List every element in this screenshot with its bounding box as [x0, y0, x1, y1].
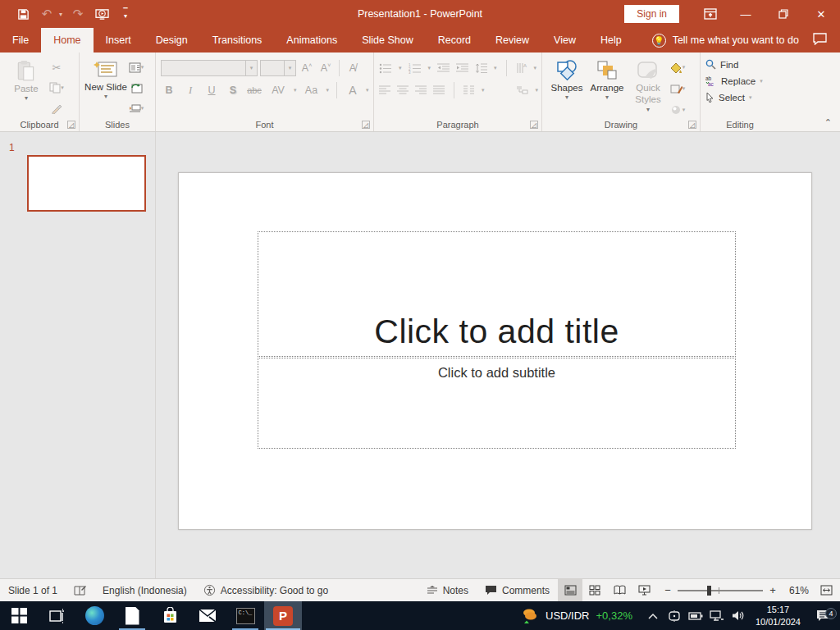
underline-button[interactable]: U — [203, 84, 220, 96]
zoom-percentage[interactable]: 61% — [784, 585, 812, 596]
reading-view-button[interactable] — [607, 579, 632, 601]
command-prompt-button[interactable]: C:\_ — [226, 601, 264, 630]
accessibility-checker[interactable]: Accessibility: Good to go — [195, 579, 336, 601]
columns-dropdown-icon[interactable]: ▾ — [482, 87, 485, 94]
numbering-icon[interactable]: 123 — [409, 63, 422, 74]
powerpoint-button[interactable]: P — [264, 601, 302, 630]
shapes-button[interactable]: Shapes ▾ — [547, 57, 587, 102]
justify-icon[interactable] — [433, 85, 445, 95]
action-center-button[interactable]: 4 — [807, 609, 840, 623]
line-spacing-dropdown-icon[interactable]: ▾ — [494, 65, 497, 71]
tab-help[interactable]: Help — [588, 28, 634, 52]
cut-icon[interactable]: ✂ — [48, 59, 66, 75]
numbering-dropdown-icon[interactable]: ▾ — [428, 65, 431, 71]
slide-canvas[interactable]: Click to add title Click to add subtitle — [178, 172, 812, 530]
replace-button[interactable]: abac Replace ▾ — [705, 75, 763, 86]
ribbon-display-options-icon[interactable] — [694, 0, 727, 28]
font-size-combo[interactable]: ▾ — [260, 60, 296, 76]
zoom-out-button[interactable]: − — [663, 584, 673, 596]
battery-icon[interactable] — [685, 611, 706, 621]
tab-view[interactable]: View — [541, 28, 588, 52]
font-color-dropdown-icon[interactable]: ▾ — [366, 87, 369, 94]
convert-to-smartart-icon[interactable] — [516, 85, 528, 96]
bullets-icon[interactable] — [379, 63, 392, 74]
tell-me-box[interactable]: 💡 Tell me what you want to do — [652, 28, 799, 52]
microsoft-store-button[interactable] — [151, 601, 189, 630]
slide-indicator[interactable]: Slide 1 of 1 — [0, 579, 66, 601]
customize-qat-icon[interactable]: ▔ ▾ — [117, 6, 134, 22]
align-left-icon[interactable] — [379, 85, 390, 95]
normal-view-button[interactable] — [558, 579, 582, 601]
font-color-button[interactable]: A — [345, 84, 361, 97]
character-spacing-dropdown-icon[interactable]: ▾ — [294, 87, 297, 94]
subtitle-placeholder[interactable]: Click to add subtitle — [258, 358, 736, 449]
taskbar-clock[interactable]: 15:17 10/01/2024 — [749, 604, 807, 628]
tab-slide-show[interactable]: Slide Show — [349, 28, 426, 52]
volume-icon[interactable] — [728, 610, 749, 621]
copy-icon[interactable]: ▾ — [48, 80, 66, 96]
undo-dropdown-icon[interactable]: ▾ — [59, 11, 62, 18]
start-button[interactable] — [0, 601, 38, 630]
change-case-button[interactable]: Aa — [302, 84, 322, 96]
tab-insert[interactable]: Insert — [94, 28, 144, 52]
collapse-ribbon-icon[interactable]: ⌃ — [824, 117, 832, 128]
fit-slide-to-window-button[interactable] — [812, 579, 840, 601]
font-dialog-launcher[interactable]: ◿ — [362, 121, 370, 129]
shape-outline-icon[interactable]: ▾ — [669, 80, 687, 97]
paste-button[interactable]: Paste ▾ — [5, 57, 48, 103]
quick-styles-button[interactable]: Quick Styles ▾ — [628, 57, 669, 114]
close-button[interactable]: ✕ — [802, 0, 840, 28]
edge-browser-button[interactable] — [75, 601, 113, 630]
text-direction-icon[interactable]: A — [516, 62, 527, 74]
slide-show-button[interactable] — [632, 579, 656, 601]
zoom-slider-handle[interactable] — [707, 586, 711, 596]
reset-slide-icon[interactable] — [127, 80, 145, 96]
increase-indent-icon[interactable] — [456, 63, 468, 73]
task-view-button[interactable] — [38, 601, 75, 630]
find-button[interactable]: Find — [705, 59, 763, 70]
start-from-beginning-icon[interactable] — [94, 6, 110, 22]
align-center-icon[interactable] — [397, 85, 409, 95]
network-icon[interactable] — [706, 610, 728, 621]
tab-record[interactable]: Record — [426, 28, 483, 52]
comments-titlebar-icon[interactable] — [813, 33, 827, 45]
notes-button[interactable]: Notes — [418, 579, 477, 601]
bold-button[interactable]: B — [161, 84, 177, 96]
strikethrough-button[interactable]: abc — [246, 85, 262, 95]
new-slide-button[interactable]: New Slide ▾ — [84, 57, 127, 101]
columns-icon[interactable] — [463, 85, 475, 95]
clipboard-dialog-launcher[interactable]: ◿ — [67, 121, 75, 129]
spell-check-button[interactable] — [66, 579, 94, 601]
change-case-dropdown-icon[interactable]: ▾ — [326, 87, 330, 94]
comments-button[interactable]: Comments — [477, 579, 558, 601]
ime-icon[interactable] — [664, 610, 685, 622]
minimize-button[interactable]: — — [727, 0, 765, 28]
paragraph-dialog-launcher[interactable]: ◿ — [530, 121, 538, 129]
character-spacing-button[interactable]: AV — [267, 84, 289, 96]
format-painter-icon[interactable] — [48, 100, 66, 116]
redo-icon[interactable]: ↷ — [70, 6, 86, 22]
tab-animations[interactable]: Animations — [274, 28, 349, 52]
slide-sorter-view-button[interactable] — [582, 579, 607, 601]
slide-thumbnail[interactable] — [27, 155, 146, 212]
title-placeholder[interactable]: Click to add title — [258, 231, 736, 357]
notepad-button[interactable] — [113, 601, 151, 630]
italic-button[interactable]: I — [182, 84, 199, 97]
decrease-indent-icon[interactable] — [437, 63, 450, 73]
hidden-icons-chevron[interactable] — [642, 613, 664, 619]
tab-home[interactable]: Home — [41, 28, 93, 52]
clear-formatting-icon[interactable]: A̸ — [345, 62, 361, 74]
section-icon[interactable]: ▾ — [127, 100, 145, 116]
tab-design[interactable]: Design — [144, 28, 200, 52]
shape-effects-icon[interactable]: ▾ — [669, 102, 687, 118]
news-currency-widget[interactable]: USD/IDR +0,32% — [511, 607, 642, 625]
drawing-dialog-launcher[interactable]: ◿ — [688, 121, 696, 129]
undo-icon[interactable]: ↶ — [39, 6, 55, 22]
restore-button[interactable] — [765, 0, 802, 28]
text-shadow-button[interactable]: S — [225, 84, 241, 96]
shape-fill-icon[interactable]: ▾ — [669, 59, 687, 75]
increase-font-size-icon[interactable]: A˄ — [299, 62, 315, 74]
font-name-combo[interactable]: ▾ — [161, 60, 258, 76]
save-icon[interactable] — [15, 6, 31, 22]
align-right-icon[interactable] — [415, 85, 427, 95]
